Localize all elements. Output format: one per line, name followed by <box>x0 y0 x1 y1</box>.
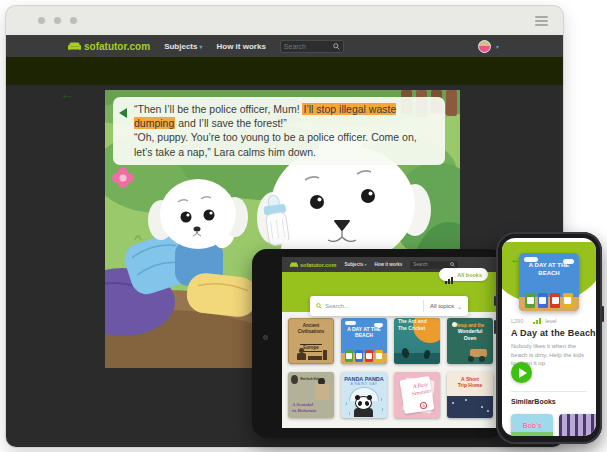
lexile-code: L290 <box>511 318 523 324</box>
page-header-band <box>6 57 563 85</box>
book-cover-anup-wonderful-oven[interactable]: Anup and the Wonderful Oven <box>447 318 493 364</box>
nav-item-how-it-works[interactable]: How it works <box>216 42 265 51</box>
similar-books-label: SimilarBooks <box>511 398 556 405</box>
search-box[interactable] <box>280 40 344 53</box>
window-dot[interactable] <box>70 17 77 24</box>
volume-button <box>494 320 496 334</box>
book-cover-ant-and-cricket[interactable]: The Ant and The Cricket <box>394 318 440 364</box>
search-input[interactable] <box>284 43 333 50</box>
page-canvas: sofatutor.com Subjects▾ How it works ▾ ← <box>0 0 607 452</box>
story-paragraph-2: “Oh, puppy. You’re too young to be a pol… <box>134 130 435 158</box>
tablet-screen: sofatutor.com Subjects ▾ How it works Se… <box>282 257 496 428</box>
story-text-box: “Then I’ll be the police officer, Mum! I… <box>113 97 445 165</box>
window-control-dots[interactable] <box>38 17 77 24</box>
story-paragraph-1: “Then I’ll be the police officer, Mum! I… <box>134 102 435 130</box>
wheel <box>468 356 474 362</box>
logo-text: sofatutor.com <box>84 41 150 52</box>
book-cover-scandal-in-bohemia[interactable]: Sherlock Holmes A Scandalin Bohemia <box>288 372 334 418</box>
divider <box>423 300 424 312</box>
all-books-button[interactable]: All books <box>439 268 488 281</box>
window-dot[interactable] <box>54 17 61 24</box>
book-title: A Day at the Beach <box>511 328 596 338</box>
moon <box>452 322 457 327</box>
top-navbar: sofatutor.com Subjects▾ How it works ▾ <box>6 35 563 57</box>
cover-art <box>293 348 329 360</box>
phone-device: ← A DAY AT THE BEACH L290 level A Day at… <box>496 232 602 444</box>
book-cover-ancient-civilisations[interactable]: Ancient Civilisations Europe <box>288 318 334 364</box>
recycling-bins <box>519 293 579 308</box>
chevron-down-icon: ⌄ <box>457 303 462 310</box>
cloud <box>345 321 356 325</box>
level-badge: L290 level <box>511 318 557 324</box>
book-cover-busy-semester[interactable]: A BusySemester A <box>394 372 440 418</box>
book-cover-day-at-the-beach[interactable]: A DAY AT THE BEACH <box>519 253 579 311</box>
portrait <box>291 375 298 384</box>
couch-icon <box>68 42 81 51</box>
night-scene <box>447 396 493 418</box>
search-icon <box>316 303 322 309</box>
level-label: level <box>545 318 556 324</box>
back-arrow-button[interactable]: ← <box>510 252 522 266</box>
nav-item-how-it-works[interactable]: How it works <box>374 262 402 267</box>
nav-item-subjects[interactable]: Subjects▾ <box>164 42 202 51</box>
chevron-down-icon: ▾ <box>364 262 366 267</box>
book-grid: Ancient Civilisations Europe A DAY AT TH… <box>288 318 496 418</box>
similar-book-thumb[interactable]: Bob's <box>511 414 553 436</box>
chevron-down-icon: ▾ <box>496 43 499 50</box>
library-search-bar[interactable]: Search... All topics ⌄ <box>310 296 468 316</box>
recycling-bins <box>341 350 387 362</box>
nav-item-subjects[interactable]: Subjects ▾ <box>344 262 366 267</box>
couch-icon <box>290 262 298 268</box>
power-button <box>602 306 604 322</box>
all-topics-dropdown[interactable]: All topics <box>430 303 454 309</box>
window-titlebar <box>6 6 563 35</box>
book-cover-panda-panda[interactable]: PANDA PANDA A RAINY DAY <box>341 372 387 418</box>
wheel <box>479 356 485 362</box>
tablet-camera <box>263 335 268 340</box>
menu-icon[interactable] <box>535 16 548 28</box>
level-icon <box>533 318 541 324</box>
search-icon <box>333 43 340 50</box>
grass <box>394 353 440 364</box>
audio-play-icon[interactable] <box>119 108 127 118</box>
similar-book-thumb[interactable] <box>559 414 596 436</box>
divider <box>511 391 587 392</box>
chart-icon <box>445 266 454 284</box>
window-dot[interactable] <box>38 17 45 24</box>
sofatutor-logo[interactable]: sofatutor.com <box>68 41 150 52</box>
phone-screen: ← A DAY AT THE BEACH L290 level A Day at… <box>502 238 596 436</box>
chevron-down-icon: ▾ <box>199 44 202 50</box>
tablet-device: sofatutor.com Subjects ▾ How it works Se… <box>252 249 504 438</box>
search-placeholder: Search <box>413 262 427 267</box>
logo-text[interactable]: sofatutor.com <box>300 262 336 268</box>
volume-button <box>494 296 496 306</box>
back-arrow-button[interactable]: ← <box>60 85 75 102</box>
avatar[interactable] <box>478 40 491 53</box>
play-button[interactable] <box>511 362 532 383</box>
panda-face <box>355 396 372 410</box>
user-menu[interactable]: ▾ <box>478 40 499 53</box>
figure-body <box>315 384 329 400</box>
search-placeholder: Search... <box>325 303 349 309</box>
similar-books-row: Bob's <box>511 414 596 436</box>
play-icon <box>519 368 527 378</box>
book-cover-short-trip-home[interactable]: A ShortTrip Home <box>447 372 493 418</box>
book-cover-day-at-the-beach[interactable]: A DAY AT THE BEACH <box>341 318 387 364</box>
